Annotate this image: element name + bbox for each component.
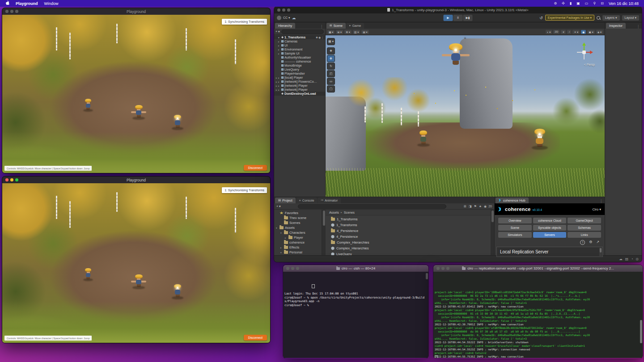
panel-menu-icon[interactable]: ⋮ [318, 25, 325, 29]
minimize-button[interactable] [441, 267, 445, 270]
breadcrumb-root[interactable]: Assets [329, 210, 339, 215]
hierarchy-row[interactable]: ▸ Cameras [274, 39, 325, 43]
collab-status-icon[interactable]: ☁ [619, 257, 623, 261]
menubar-menu-window[interactable]: Window [44, 1, 59, 6]
unity-titlebar[interactable]: 1_Transforms - unity-playground-3 - Wind… [274, 7, 642, 13]
project-tree-row[interactable]: ▸ Player [274, 235, 322, 240]
time-machine-icon[interactable]: ✣ [562, 1, 565, 5]
file-row[interactable]: 1_Transforms [331, 216, 491, 222]
display-status-icon[interactable]: ⊚ [554, 1, 557, 5]
hierarchy-row[interactable]: ▾ 1_Transforms ✱ ◉ ⋮ [274, 35, 325, 39]
expand-arrow-icon[interactable]: ▸ [278, 40, 280, 43]
hub-nav-button[interactable]: Syncable objects [533, 225, 567, 231]
pause-button[interactable]: II [453, 15, 463, 21]
iphone-status-icon[interactable]: ▮ [570, 1, 572, 5]
hub-nav-button[interactable]: Schemas [568, 225, 601, 231]
game-viewport[interactable]: 1: Synchronising Transforms Controls: WA… [2, 183, 270, 343]
rect-tool[interactable]: ▭ [327, 78, 335, 85]
minimize-button[interactable] [282, 8, 285, 12]
file-row[interactable]: 1_Transforms [331, 222, 491, 228]
zoom-button[interactable] [15, 178, 18, 181]
move-tool[interactable]: ⊕ [327, 55, 335, 62]
2d-toggle[interactable]: 2D [553, 30, 559, 34]
hierarchy-row[interactable]: PlayerHandler [274, 72, 325, 76]
play-button[interactable]: ▶ [444, 15, 453, 21]
grid-paint-tool[interactable]: ▦ ▾ [327, 38, 335, 45]
project-tree-row[interactable]: Favorites [274, 210, 322, 215]
lighting-toggle-icon[interactable]: ☀ [561, 30, 566, 34]
gizmo-perspective-label[interactable]: < Persp [584, 63, 595, 66]
help-icon[interactable]: ? [580, 240, 585, 245]
expand-arrow-icon[interactable]: ▸ [278, 84, 280, 87]
apple-menu-icon[interactable] [5, 0, 9, 6]
tab-inspector[interactable]: Inspector [606, 23, 626, 29]
hub-nav-button[interactable]: Links [568, 232, 601, 238]
hierarchy-row[interactable]: LiveQuery [274, 67, 325, 72]
hierarchy-row[interactable]: ◂ ▸ [network] Player [274, 84, 325, 88]
orientation-gizmo[interactable] [574, 42, 594, 62]
hub-nav-button[interactable]: Simulators [498, 232, 532, 238]
snap-grid-icon[interactable]: ▥ ▾ [353, 30, 360, 34]
playground-top-titlebar[interactable]: Playground [2, 8, 270, 15]
hierarchy-row[interactable]: ▸ Sample UI [274, 51, 325, 55]
hierarchy-row[interactable]: ◂ ▸ [network] FlowersCo… [274, 80, 325, 84]
scrollbar-thumb[interactable] [640, 320, 642, 343]
grid-view-icon[interactable]: ⊞ [464, 205, 466, 208]
disconnect-button[interactable]: Disconnect [244, 165, 267, 171]
file-row[interactable]: Complex_Hierarchies [331, 240, 491, 245]
settings-gear-icon[interactable]: ⚙ [589, 240, 592, 245]
account-dropdown[interactable]: Ciro ▾ [592, 207, 601, 211]
cloud-icon[interactable]: ☁ [292, 16, 296, 20]
expand-arrow-icon[interactable]: ▸ [278, 76, 280, 79]
snap-increment-icon[interactable]: ≣ ▾ [344, 30, 352, 34]
hierarchy-row[interactable]: AuthorityVisualiser [274, 55, 325, 59]
sprite-pack-icon[interactable]: ◨ [469, 205, 472, 208]
account-dropdown[interactable]: CC ▾ [283, 16, 290, 20]
playground-bottom-titlebar[interactable]: Playground [2, 177, 270, 183]
layout-dropdown[interactable]: Layout ▾ [622, 15, 639, 21]
battery-icon[interactable]: ▭ [585, 1, 589, 5]
shading-mode-icon[interactable]: ◐ ▾ [546, 30, 552, 34]
hierarchy-row[interactable]: ---------- coherence [274, 59, 325, 63]
camera-settings-icon[interactable]: ▣ ▾ [587, 30, 594, 34]
hierarchy-row[interactable]: MonoBridge [274, 63, 325, 67]
stage-manager-icon[interactable]: ▣ [576, 1, 580, 5]
terminal-output[interactable]: Last login: Thu Dec 15 17:04:00 on ttys0… [283, 272, 428, 358]
expand-arrow-icon[interactable]: ▸ [278, 44, 280, 47]
hierarchy-row[interactable]: DontDestroyOnLoad [274, 92, 325, 96]
gizmos-menu-icon[interactable]: ◈ ▾ [596, 30, 603, 34]
favorites-star-icon[interactable]: ★ [479, 205, 482, 208]
terminal-output[interactable]: project-id='local' cid=3 playerID='198be… [433, 272, 643, 358]
transform-tool[interactable]: ▢ [327, 85, 335, 93]
hierarchy-row[interactable]: ◂ ▸ [local] Player [274, 76, 325, 80]
hub-nav-button[interactable]: Overview [498, 218, 532, 223]
project-tree-scrollbar[interactable] [322, 210, 326, 255]
hierarchy-row[interactable]: ▸ Environment [274, 47, 325, 51]
expand-arrow-icon[interactable]: ▸ [278, 52, 280, 55]
scrollbar-thumb[interactable] [426, 273, 428, 279]
zoom-button[interactable] [287, 8, 290, 12]
close-button[interactable] [5, 10, 8, 13]
progress-spinner-icon[interactable]: ◎ [636, 257, 639, 261]
file-row[interactable]: 4_Persistence [331, 234, 491, 240]
hub-nav-button[interactable]: Scene [498, 225, 532, 231]
measure-icon[interactable]: ▤ ▾ [361, 30, 369, 34]
effects-toggle-icon[interactable]: ✦ ▾ [572, 30, 580, 34]
expand-arrow-icon[interactable]: ▸ [278, 88, 280, 91]
spotlight-search-icon[interactable]: ⚲ [593, 1, 596, 5]
close-button[interactable] [5, 178, 8, 181]
hierarchy-add-button[interactable]: + ▾ [275, 30, 280, 34]
project-tree-row[interactable]: ▾ Personal [274, 250, 322, 255]
tab-game[interactable]: ▸Game [346, 23, 364, 29]
file-row[interactable]: 4_Persistence [331, 228, 491, 234]
menubar-app-name[interactable]: Playground [16, 1, 38, 6]
tab-animator[interactable]: ↦Animator [318, 198, 341, 204]
tab-hierarchy[interactable]: Hierarchy [275, 23, 295, 29]
tool-settings-icon[interactable]: ▦ ▾ [327, 30, 335, 34]
minimize-button[interactable] [10, 10, 13, 13]
project-tree-row[interactable]: ▸ Effects [274, 245, 322, 250]
project-tree-row[interactable]: ▾ Characters [274, 230, 322, 235]
expand-arrow-icon[interactable]: ▸ [278, 48, 280, 51]
panel-menu-icon[interactable]: ⋮ [635, 25, 642, 29]
scale-tool[interactable]: ◰ [327, 70, 335, 77]
